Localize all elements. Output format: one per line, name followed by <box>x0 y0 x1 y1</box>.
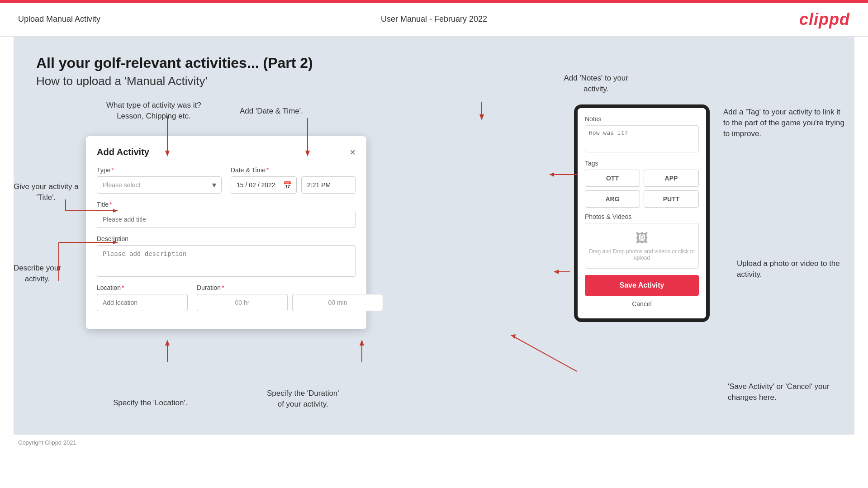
description-label: Description <box>97 235 356 242</box>
annotation-save: 'Save Activity' or 'Cancel' your changes… <box>728 381 845 403</box>
svg-marker-15 <box>479 114 484 120</box>
svg-marker-11 <box>165 340 170 346</box>
add-activity-modal: Add Activity × Type* Please select ▾ Dat… <box>86 136 366 329</box>
tag-button-app[interactable]: APP <box>644 170 699 187</box>
svg-marker-19 <box>554 270 559 274</box>
location-label: Location* <box>97 284 188 291</box>
save-activity-button[interactable]: Save Activity <box>585 275 699 296</box>
duration-hr-input[interactable] <box>197 294 288 311</box>
notes-section-label: Notes <box>585 115 699 123</box>
title-label: Title* <box>97 201 356 208</box>
description-input[interactable] <box>97 245 356 277</box>
page-subtitle: How to upload a 'Manual Activity' <box>36 74 832 88</box>
location-input[interactable] <box>97 294 188 311</box>
annotation-describe: Describe your activity. <box>14 263 61 284</box>
type-select[interactable]: Please select <box>97 176 222 194</box>
annotation-date-time: Add 'Date & Time'. <box>240 107 303 116</box>
copyright-text: Copyright Clippd 2021 <box>18 439 76 446</box>
photos-drop-zone[interactable]: 🖼 Drag and Drop photos and videos or cli… <box>585 223 699 269</box>
svg-line-20 <box>511 335 577 371</box>
logo: clippd <box>799 10 850 29</box>
tag-button-ott[interactable]: OTT <box>585 170 640 187</box>
annotation-tag: Add a 'Tag' to your activity to link it … <box>723 107 845 139</box>
tag-button-arg[interactable]: ARG <box>585 190 640 208</box>
tag-button-putt[interactable]: PUTT <box>644 190 699 208</box>
cancel-link[interactable]: Cancel <box>585 300 699 311</box>
duration-min-input[interactable] <box>292 294 383 311</box>
photos-section-label: Photos & Videos <box>585 213 699 220</box>
annotation-upload: Upload a photo or video to the activity. <box>737 258 845 280</box>
page-title: All your golf-relevant activities... (Pa… <box>36 55 832 71</box>
page-header-center: User Manual - February 2022 <box>381 14 487 24</box>
photo-icon: 🖼 <box>589 231 695 246</box>
annotation-give-title: Give your activity a 'Title'. <box>14 181 79 203</box>
type-label: Type* <box>97 166 222 174</box>
photos-placeholder-text: Drag and Drop photos and videos or click… <box>589 248 694 261</box>
time-input[interactable] <box>301 176 356 194</box>
duration-label: Duration* <box>197 284 383 291</box>
phone-mockup: Notes Tags OTTAPPARGPUTT Photos & Videos… <box>574 104 710 322</box>
footer: Copyright Clippd 2021 <box>0 435 868 450</box>
calendar-icon: 📅 <box>283 181 292 190</box>
svg-marker-21 <box>511 334 516 339</box>
tags-section-label: Tags <box>585 160 699 167</box>
modal-title: Add Activity <box>97 147 149 157</box>
svg-marker-17 <box>550 172 554 177</box>
annotation-what-type: What type of activity was it? Lesson, Ch… <box>106 100 201 122</box>
modal-close-button[interactable]: × <box>350 147 356 157</box>
datetime-label: Date & Time* <box>231 166 356 174</box>
annotation-notes: Add 'Notes' to your activity. <box>564 73 628 95</box>
annotation-location: Specify the 'Location'. <box>113 398 187 407</box>
svg-marker-13 <box>360 340 364 346</box>
notes-input[interactable] <box>585 125 699 152</box>
annotation-duration: Specify the 'Duration' of your activity. <box>267 388 339 410</box>
title-input[interactable] <box>97 211 356 228</box>
page-header-left: Upload Manual Activity <box>18 14 100 24</box>
